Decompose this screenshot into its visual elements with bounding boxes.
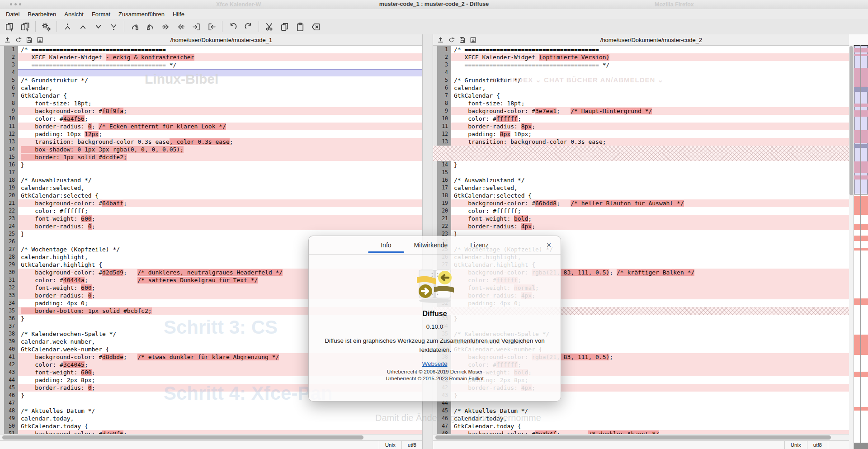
code-line[interactable]: 12 padding: 10px 12px; <box>0 130 422 138</box>
code-line[interactable]: 6calendar, <box>0 84 422 92</box>
code-line[interactable]: 17calendar:selected, <box>433 184 849 192</box>
code-line[interactable]: 7GtkCalendar { <box>433 92 849 99</box>
vertical-scrollbar[interactable] <box>849 45 854 449</box>
right-hscroll-thumb[interactable] <box>435 435 831 440</box>
menu-hilfe[interactable]: Hilfe <box>169 10 189 19</box>
menu-datei[interactable]: Datei <box>2 10 24 19</box>
right-horizontal-scrollbar[interactable] <box>433 434 849 440</box>
gap-line[interactable] <box>433 153 849 161</box>
code-line[interactable]: 11 border-radius: 0; /* Ecken entfernt f… <box>0 123 422 130</box>
code-line[interactable]: 10 color: #ffffff; <box>433 115 849 123</box>
code-line[interactable]: 21 background-color: #64baff; <box>0 199 422 207</box>
open-file-icon[interactable] <box>4 36 11 44</box>
reload-icon[interactable] <box>14 36 22 44</box>
tab-lizenz[interactable]: Lizenz <box>466 238 493 252</box>
code-line[interactable]: 17 <box>0 169 422 176</box>
code-line[interactable]: 45/* Aktuelles Datum */ <box>433 407 849 415</box>
code-line[interactable]: 3 ======================================… <box>433 61 849 69</box>
copy-button[interactable] <box>277 20 292 33</box>
code-line[interactable]: 13 transition: background-color 0.3s eas… <box>433 138 849 146</box>
code-line[interactable]: 50GtkCalendar.today { <box>0 422 422 430</box>
code-line[interactable]: 10 color: #4a4f56; <box>0 115 422 123</box>
left-horizontal-scrollbar[interactable] <box>0 434 422 440</box>
code-line[interactable]: 8 font-size: 18pt; <box>0 99 422 107</box>
left-hscroll-thumb[interactable] <box>2 435 363 440</box>
code-line[interactable]: 48 background-color: #0e3b4f; /* dunkler… <box>433 430 849 434</box>
menu-zusammenfuehren[interactable]: Zusammenführen <box>114 10 169 19</box>
copy-selection-right-button[interactable] <box>127 20 142 33</box>
merge-from-right-button[interactable] <box>173 20 189 33</box>
menu-ansicht[interactable]: Ansicht <box>60 10 88 19</box>
first-difference-button[interactable] <box>60 20 75 33</box>
tab-info[interactable]: Info <box>376 238 396 252</box>
website-link[interactable]: Webseite <box>422 360 447 367</box>
code-line[interactable]: 8 font-size: 18pt; <box>433 99 849 107</box>
last-difference-button[interactable] <box>106 20 121 33</box>
code-line[interactable]: 15 <box>433 169 849 176</box>
code-line[interactable]: 46calendar.today, <box>433 415 849 422</box>
new-3way-merge-button[interactable] <box>17 20 33 33</box>
paste-button[interactable] <box>292 20 308 33</box>
save-as-icon[interactable] <box>36 36 44 44</box>
cut-button[interactable] <box>262 20 277 33</box>
code-line[interactable]: 9 background-color: #f8f9fa; <box>0 107 422 115</box>
preferences-button[interactable] <box>38 20 54 33</box>
code-line[interactable]: 11 border-radius: 8px; <box>433 123 849 130</box>
code-line[interactable]: 20 color: #ffffff; <box>433 207 849 215</box>
next-difference-button[interactable] <box>90 20 106 33</box>
undo-button[interactable] <box>225 20 241 33</box>
code-line[interactable]: 51 background-color: #d7e8f6; <box>0 430 422 434</box>
code-line[interactable]: 14} <box>433 161 849 169</box>
save-icon[interactable] <box>25 36 33 44</box>
code-line[interactable]: 3 ======================================… <box>0 61 422 69</box>
open-file-icon[interactable] <box>437 36 444 44</box>
merge-from-left-button[interactable] <box>158 20 173 33</box>
code-line[interactable]: 1/* ====================================… <box>433 46 849 53</box>
copy-into-right-button[interactable] <box>189 20 204 33</box>
redo-button[interactable] <box>241 20 256 33</box>
code-line[interactable]: 5/* Grundstruktur */ <box>0 76 422 84</box>
code-line[interactable]: 47GtkCalendar.today { <box>433 422 849 430</box>
code-line[interactable]: 16} <box>0 161 422 169</box>
code-line[interactable]: 2 XFCE Kalender-Widget - eckig & kontras… <box>0 53 422 61</box>
save-icon[interactable] <box>458 36 466 44</box>
code-line[interactable]: 7GtkCalendar { <box>0 92 422 99</box>
titlebar[interactable]: Xfce Kalender-W muster-code_1 : muster-c… <box>0 0 868 9</box>
code-line[interactable]: 4 <box>433 69 849 76</box>
code-line[interactable]: 4 <box>0 69 422 76</box>
code-line[interactable]: 9 background-color: #3e7ea1; /* Haupt-Hi… <box>433 107 849 115</box>
clear-edits-button[interactable] <box>308 20 323 33</box>
code-line[interactable]: 15 border: 1px solid #dcdfe2; <box>0 153 422 161</box>
code-line[interactable]: 6calendar, <box>433 84 849 92</box>
gap-line[interactable] <box>433 146 849 153</box>
save-as-icon[interactable] <box>469 36 477 44</box>
code-line[interactable]: 18/* Auswahlzustand */ <box>0 176 422 184</box>
diff-map[interactable] <box>854 45 868 449</box>
reload-icon[interactable] <box>448 36 455 44</box>
close-icon[interactable]: × <box>543 240 554 250</box>
new-2way-merge-button[interactable] <box>2 20 17 33</box>
menu-bearbeiten[interactable]: Bearbeiten <box>24 10 60 19</box>
code-line[interactable]: 21 font-weight: bold; <box>433 215 849 222</box>
code-line[interactable]: 49calendar.today, <box>0 415 422 422</box>
code-line[interactable]: 2 XFCE Kalender-Widget (optimierte Versi… <box>433 53 849 61</box>
code-line[interactable]: 20GtkCalendar:selected { <box>0 192 422 199</box>
code-line[interactable]: 12 padding: 8px 10px; <box>433 130 849 138</box>
code-line[interactable]: 19calendar:selected, <box>0 184 422 192</box>
code-line[interactable]: 19 background-color: #66b4d8; /* heller … <box>433 199 849 207</box>
copy-into-left-button[interactable] <box>204 20 219 33</box>
previous-difference-button[interactable] <box>75 20 90 33</box>
vscroll-thumb[interactable] <box>849 46 853 195</box>
code-line[interactable]: 1/* ====================================… <box>0 46 422 53</box>
code-line[interactable]: 23 font-weight: 600; <box>0 215 422 222</box>
code-line[interactable]: 18GtkCalendar:selected { <box>433 192 849 199</box>
code-line[interactable]: 22 border-radius: 4px; <box>433 222 849 230</box>
code-line[interactable]: 5/* Grundstruktur */ <box>433 76 849 84</box>
code-line[interactable]: 24 border-radius: 0; <box>0 222 422 230</box>
code-line[interactable]: 48/* Aktuelles Datum */ <box>0 407 422 415</box>
tab-mitwirkende[interactable]: Mitwirkende <box>410 238 453 252</box>
code-line[interactable]: 13 transition: background-color 0.3s eas… <box>0 138 422 146</box>
code-line[interactable]: 22 color: #ffffff; <box>0 207 422 215</box>
copy-selection-left-button[interactable] <box>142 20 158 33</box>
menu-format[interactable]: Format <box>88 10 114 19</box>
